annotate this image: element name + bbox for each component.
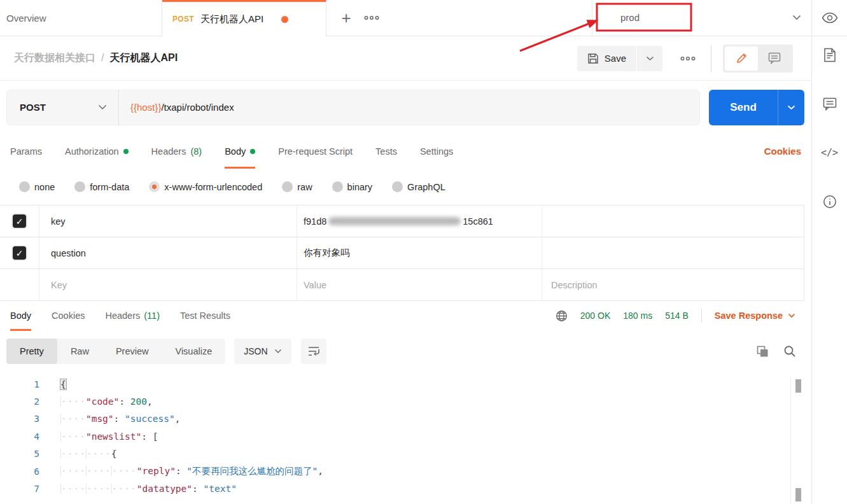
breadcrumb-separator: / [101, 52, 104, 64]
save-button[interactable]: Save [577, 46, 636, 71]
chevron-down-icon [788, 313, 795, 318]
app-root: Overview POST 天行机器人API + prod 天行数据相关接口 [0, 0, 847, 504]
view-raw[interactable]: Raw [57, 339, 102, 364]
mode-none[interactable]: none [19, 181, 55, 192]
right-icon-rail: </> [812, 0, 847, 504]
context-icons: </> [822, 36, 837, 209]
url-input[interactable]: {{host}}/txapi/robot/index [119, 90, 699, 125]
send-button[interactable]: Send [709, 90, 804, 125]
floppy-icon [587, 53, 599, 64]
breadcrumb-collection[interactable]: 天行数据相关接口 [14, 52, 95, 65]
response-tab-test-results[interactable]: Test Results [180, 300, 230, 331]
param-value-cell[interactable]: Value [297, 269, 542, 300]
pencil-icon [736, 52, 748, 64]
main-panel: Overview POST 天行机器人API + prod 天行数据相关接口 [0, 0, 812, 504]
response-size: 514 B [665, 311, 689, 321]
tab-options-icon[interactable] [361, 8, 382, 27]
view-pretty[interactable]: Pretty [6, 339, 57, 364]
param-value-cell[interactable]: f91d815c861 [297, 206, 542, 237]
chevron-down-icon [98, 104, 107, 110]
wrap-text-button[interactable] [301, 339, 326, 364]
radio-icon [392, 181, 403, 192]
view-preview[interactable]: Preview [102, 339, 162, 364]
environment-quicklook[interactable] [812, 0, 847, 36]
documentation-icon[interactable] [822, 47, 837, 62]
urlencoded-params-table: ✓ key f91d815c861 ✓ question 你有对象吗 Key V… [0, 205, 804, 301]
breadcrumb-request-name: 天行机器人API [109, 52, 178, 65]
checkbox-checked-icon[interactable]: ✓ [13, 246, 26, 260]
request-more-options-icon[interactable] [676, 47, 699, 70]
eye-icon [822, 12, 838, 24]
cookies-link[interactable]: Cookies [764, 134, 801, 169]
url-builder: POST {{host}}/txapi/robot/index Send [0, 81, 811, 134]
row-check-cell: ✓ [0, 237, 39, 269]
search-response-icon[interactable] [783, 345, 796, 358]
view-visualize[interactable]: Visualize [162, 339, 225, 364]
radio-icon [332, 181, 343, 192]
send-options-chevron-icon[interactable] [778, 90, 804, 125]
response-tab-headers[interactable]: Headers(11) [105, 300, 160, 331]
save-options-chevron-icon[interactable] [637, 46, 662, 71]
param-key-cell[interactable]: key [39, 206, 297, 237]
tab-request[interactable]: POST 天行机器人API [162, 0, 326, 36]
tab-overview[interactable]: Overview [0, 0, 162, 36]
response-code: 1{2····"code": 200,3····"msg": "success"… [0, 375, 811, 498]
tab-params[interactable]: Params [10, 134, 42, 169]
method-dropdown[interactable]: POST [7, 90, 119, 125]
mode-graphql[interactable]: GraphQL [392, 181, 445, 192]
mode-x-www-form-urlencoded[interactable]: x-www-form-urlencoded [149, 181, 262, 192]
tab-settings[interactable]: Settings [420, 134, 453, 169]
response-toolbar: Pretty Raw Preview Visualize JSON [0, 336, 811, 367]
param-key-cell[interactable]: question [39, 237, 297, 269]
param-description-cell[interactable]: Description [542, 269, 804, 300]
mode-form-data[interactable]: form-data [74, 181, 129, 192]
wrap-text-icon [307, 346, 320, 357]
checkbox-checked-icon[interactable]: ✓ [13, 214, 26, 228]
response-tab-cookies[interactable]: Cookies [52, 300, 85, 331]
tab-authorization[interactable]: Authorization [65, 134, 129, 169]
code-line: 5········{ [0, 445, 811, 463]
environment-chevron-icon[interactable] [792, 15, 801, 20]
scrollbar-thumb[interactable] [795, 488, 801, 501]
environment-selector[interactable]: prod [597, 4, 691, 31]
code-line: 4····"newslist": [ [0, 428, 811, 445]
tab-tests[interactable]: Tests [375, 134, 397, 169]
save-response-button[interactable]: Save Response [715, 311, 795, 321]
row-check-cell: ✓ [0, 206, 39, 237]
new-tab-button[interactable]: + [337, 8, 356, 27]
header-divider [711, 45, 711, 72]
copy-response-icon[interactable] [757, 346, 769, 358]
response-tab-body[interactable]: Body [10, 300, 31, 331]
radio-selected-icon [149, 181, 160, 192]
info-icon[interactable] [822, 194, 837, 209]
param-row: ✓ key f91d815c861 [0, 206, 804, 237]
tab-pre-request-script[interactable]: Pre-request Script [278, 134, 353, 169]
mode-binary[interactable]: binary [332, 181, 373, 192]
comments-icon[interactable] [822, 96, 837, 111]
green-dot-icon [250, 149, 255, 154]
tab-body[interactable]: Body [225, 134, 255, 169]
param-description-cell[interactable] [542, 206, 804, 237]
headers-count: (8) [190, 146, 202, 157]
response-header: Body Cookies Headers(11) Test Results 20… [0, 300, 804, 331]
request-tabs: Params Authorization Headers(8) Body Pre… [0, 134, 811, 169]
format-dropdown[interactable]: JSON [234, 339, 291, 364]
param-key-cell[interactable]: Key [39, 269, 297, 300]
radio-icon [19, 181, 30, 192]
scrollbar-thumb[interactable] [795, 379, 801, 393]
tab-bar: Overview POST 天行机器人API + prod [0, 0, 811, 36]
environment-value: prod [620, 12, 640, 23]
code-line: 1{ [0, 375, 811, 393]
response-time: 180 ms [623, 311, 652, 321]
redacted-value [328, 217, 461, 225]
tab-headers[interactable]: Headers(8) [151, 134, 202, 169]
save-button-group: Save [577, 46, 662, 71]
edit-mode-button[interactable] [725, 46, 758, 71]
code-snippet-icon[interactable]: </> [822, 145, 837, 160]
comment-mode-button[interactable] [758, 46, 791, 71]
param-value-cell[interactable]: 你有对象吗 [297, 237, 542, 269]
response-scrollbar[interactable] [790, 377, 801, 504]
param-description-cell[interactable] [542, 237, 804, 269]
mode-raw[interactable]: raw [282, 181, 312, 192]
network-globe-icon[interactable] [556, 310, 568, 322]
